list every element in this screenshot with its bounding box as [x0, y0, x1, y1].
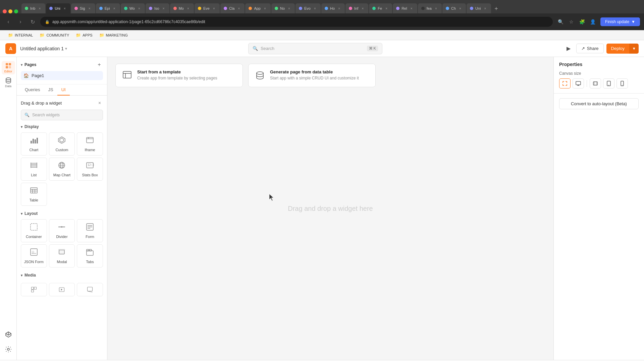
tab-close-evo[interactable]: ×: [313, 6, 317, 11]
header-search[interactable]: 🔍 Search ⌘ K: [248, 43, 382, 54]
widget-list[interactable]: List: [21, 158, 47, 181]
tab-close-ch[interactable]: ×: [458, 6, 463, 11]
tab-cla[interactable]: Cla ×: [220, 3, 245, 13]
tab-ch[interactable]: Ch ×: [442, 3, 466, 13]
page1-item[interactable]: 🏠 Page1: [21, 71, 103, 80]
widget-table[interactable]: Table: [21, 183, 47, 206]
display-category-title[interactable]: ▾ Display: [21, 124, 103, 129]
tab-inbox[interactable]: Inb ×: [21, 3, 45, 13]
bookmark-apps[interactable]: 📁 APPS: [73, 32, 95, 39]
bookmark-btn[interactable]: ☆: [567, 17, 576, 26]
media-item-partial-3[interactable]: [77, 283, 103, 296]
tab-no[interactable]: No ×: [271, 3, 295, 13]
tab-iso[interactable]: Iso ×: [146, 3, 169, 13]
tab-inf[interactable]: Inf ×: [345, 3, 368, 13]
minimize-window-btn[interactable]: [8, 9, 12, 13]
tab-close-no[interactable]: ×: [287, 6, 291, 11]
tab-queries[interactable]: Queries: [21, 84, 44, 96]
tab-epi[interactable]: Epi ×: [96, 3, 120, 13]
tab-close-fe[interactable]: ×: [384, 6, 389, 11]
template-card-1-title: Start from a template: [137, 69, 217, 74]
finish-update-button[interactable]: Finish update ▼: [600, 17, 640, 26]
tab-fe[interactable]: Fe ×: [369, 3, 392, 13]
refresh-button[interactable]: ↻: [28, 17, 37, 26]
canvas-size-desktop[interactable]: [573, 78, 584, 88]
tab-js[interactable]: JS: [44, 84, 57, 96]
widget-container[interactable]: Container: [21, 219, 47, 242]
cube-nav-item[interactable]: [2, 328, 15, 341]
tab-github[interactable]: fea ×: [418, 3, 442, 13]
widget-tabs[interactable]: Tabs: [77, 244, 103, 267]
deploy-caret-button[interactable]: ▾: [629, 44, 639, 54]
widget-search[interactable]: 🔍 Search widgets: [21, 110, 103, 120]
widget-form[interactable]: Form: [77, 219, 103, 242]
tab-close-inbox[interactable]: ×: [37, 6, 42, 11]
bookmark-internal[interactable]: 📁 INTERNAL: [5, 32, 36, 39]
widget-map-chart[interactable]: Map Chart: [49, 158, 75, 181]
pages-title[interactable]: ▾ Pages: [21, 62, 36, 67]
widget-json-form[interactable]: {} JSON Form: [21, 244, 47, 267]
widget-modal[interactable]: Modal: [49, 244, 75, 267]
media-item-partial-2[interactable]: [49, 283, 75, 296]
url-bar[interactable]: 🔒 app.appsmith.com/app/untitled-applicat…: [40, 17, 553, 27]
widget-divider[interactable]: Divider: [49, 219, 75, 242]
canvas-size-fluid[interactable]: [590, 78, 601, 88]
tab-close-uni[interactable]: ×: [62, 6, 67, 11]
tab-close-wo[interactable]: ×: [137, 6, 142, 11]
add-page-button[interactable]: +: [96, 61, 103, 68]
layout-category-title[interactable]: ▾ Layout: [21, 211, 103, 216]
tab-close-github[interactable]: ×: [434, 6, 438, 11]
tab-ui[interactable]: UI: [57, 84, 70, 96]
tab-close-ho[interactable]: ×: [337, 6, 341, 11]
tab-wo[interactable]: Wo ×: [121, 3, 145, 13]
tab-close-iso[interactable]: ×: [161, 6, 166, 11]
settings-nav-item[interactable]: [2, 343, 15, 356]
zoom-btn[interactable]: 🔍: [556, 17, 565, 26]
play-button[interactable]: ▶: [564, 44, 574, 54]
tab-mo[interactable]: Mo ×: [170, 3, 194, 13]
tab-rel[interactable]: Rel ×: [393, 3, 417, 13]
editor-nav-item[interactable]: Editor: [2, 61, 15, 74]
widget-chart[interactable]: Chart: [21, 132, 47, 156]
new-tab-button[interactable]: +: [492, 4, 501, 13]
bookmark-marketing[interactable]: 📁 MARKETING: [97, 32, 130, 39]
data-nav-item[interactable]: Data: [2, 76, 15, 89]
tab-sig[interactable]: Sig ×: [71, 3, 95, 13]
auto-layout-button[interactable]: Convert to auto-layout (Beta): [559, 98, 639, 109]
media-category-title[interactable]: ▾ Media: [21, 273, 103, 278]
deploy-button[interactable]: Deploy: [606, 44, 629, 54]
tab-uni2[interactable]: Uni ×: [467, 3, 491, 13]
tab-evo[interactable]: Evo ×: [296, 3, 321, 13]
back-button[interactable]: ‹: [4, 17, 13, 26]
tab-close-sig[interactable]: ×: [87, 6, 92, 11]
widget-custom[interactable]: Custom: [49, 132, 75, 156]
tab-close-rel[interactable]: ×: [409, 6, 414, 11]
media-item-partial-1[interactable]: [21, 283, 47, 296]
maximize-window-btn[interactable]: [14, 9, 18, 13]
canvas-size-tablet[interactable]: [603, 78, 614, 88]
tab-close-eve[interactable]: ×: [212, 6, 216, 11]
forward-button[interactable]: ›: [16, 17, 25, 26]
extensions-btn[interactable]: 🧩: [578, 17, 586, 26]
profile-btn[interactable]: 👤: [588, 17, 597, 26]
tab-close-app[interactable]: ×: [263, 6, 267, 11]
canvas-size-mobile[interactable]: [616, 78, 628, 88]
template-card-2[interactable]: Generate page from data table Start app …: [248, 64, 376, 87]
tab-close-epi[interactable]: ×: [112, 6, 117, 11]
close-window-btn[interactable]: [3, 9, 7, 13]
tab-eve[interactable]: Eve ×: [195, 3, 220, 13]
tab-uni[interactable]: Uni ×: [46, 3, 70, 13]
bookmark-community[interactable]: 📁 COMMUNITY: [37, 32, 72, 39]
share-button[interactable]: ↗ Share: [576, 44, 604, 53]
canvas-size-fit[interactable]: [559, 78, 571, 88]
tab-ho[interactable]: Ho ×: [321, 3, 345, 13]
tab-close-mo[interactable]: ×: [186, 6, 191, 11]
widget-panel-close-button[interactable]: ×: [96, 100, 103, 106]
widget-stats-box[interactable]: 12:3 Stats Box: [77, 158, 103, 181]
tab-close-inf[interactable]: ×: [360, 6, 365, 11]
template-card-1[interactable]: Start from a template Create app from te…: [115, 64, 243, 87]
tab-app[interactable]: App ×: [245, 3, 271, 13]
tab-close-cla[interactable]: ×: [236, 6, 241, 11]
tab-close-uni2[interactable]: ×: [483, 6, 488, 11]
widget-iframe[interactable]: Iframe: [77, 132, 103, 156]
